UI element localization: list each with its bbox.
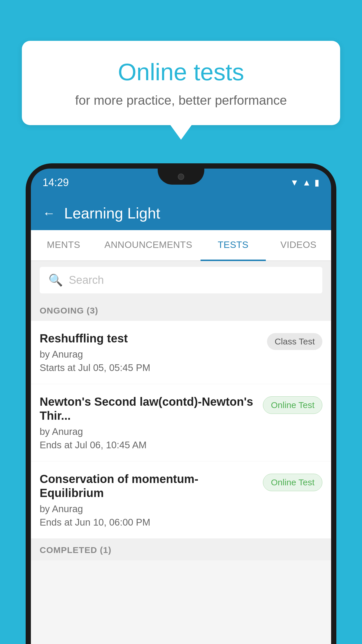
test-item[interactable]: Conservation of momentum-Equilibrium by … bbox=[31, 461, 331, 539]
tab-tests[interactable]: TESTS bbox=[201, 230, 266, 261]
status-time: 14:29 bbox=[43, 176, 69, 189]
search-placeholder: Search bbox=[69, 274, 104, 286]
test-name-2: Newton's Second law(contd)-Newton's Thir… bbox=[40, 395, 257, 423]
app-title: Learning Light bbox=[64, 204, 160, 222]
ongoing-section-header: ONGOING (3) bbox=[31, 299, 331, 321]
test-time-3: Ends at Jun 10, 06:00 PM bbox=[40, 517, 257, 528]
tab-ments[interactable]: MENTS bbox=[31, 230, 96, 260]
test-info-2: Newton's Second law(contd)-Newton's Thir… bbox=[40, 395, 263, 451]
test-item[interactable]: Reshuffling test by Anurag Starts at Jul… bbox=[31, 321, 331, 384]
speech-bubble-title: Online tests bbox=[45, 58, 317, 86]
test-badge-3: Online Test bbox=[263, 474, 322, 491]
phone-wrapper: 14:29 ▼ ▲ ▮ ← Learning Light MENTS ANNOU… bbox=[26, 163, 336, 644]
search-container: 🔍 Search bbox=[31, 261, 331, 299]
speech-bubble: Online tests for more practice, better p… bbox=[22, 41, 340, 125]
phone-screen: 🔍 Search ONGOING (3) Reshuffling test by… bbox=[31, 261, 331, 644]
phone-outer: 14:29 ▼ ▲ ▮ ← Learning Light MENTS ANNOU… bbox=[26, 163, 336, 644]
app-header: ← Learning Light bbox=[31, 196, 331, 230]
phone-notch bbox=[158, 169, 204, 185]
test-time-2: Ends at Jul 06, 10:45 AM bbox=[40, 440, 257, 451]
test-author-2: by Anurag bbox=[40, 426, 257, 437]
test-name-3: Conservation of momentum-Equilibrium bbox=[40, 472, 257, 500]
test-author-1: by Anurag bbox=[40, 349, 261, 360]
test-badge-1: Class Test bbox=[267, 333, 322, 350]
status-bar: 14:29 ▼ ▲ ▮ bbox=[31, 169, 331, 196]
wifi-icon: ▼ bbox=[290, 178, 299, 188]
ongoing-label: ONGOING (3) bbox=[40, 306, 98, 315]
completed-label: COMPLETED (1) bbox=[40, 545, 111, 555]
status-icons: ▼ ▲ ▮ bbox=[290, 177, 319, 188]
speech-bubble-subtitle: for more practice, better performance bbox=[45, 93, 317, 108]
search-bar[interactable]: 🔍 Search bbox=[40, 267, 322, 293]
completed-section-header: COMPLETED (1) bbox=[31, 539, 331, 560]
signal-icon: ▲ bbox=[302, 178, 311, 188]
test-list: Reshuffling test by Anurag Starts at Jul… bbox=[31, 321, 331, 539]
tab-announcements[interactable]: ANNOUNCEMENTS bbox=[96, 230, 201, 260]
test-badge-2: Online Test bbox=[263, 396, 322, 414]
camera-dot bbox=[178, 174, 184, 180]
test-item[interactable]: Newton's Second law(contd)-Newton's Thir… bbox=[31, 384, 331, 461]
battery-icon: ▮ bbox=[314, 177, 319, 188]
test-time-1: Starts at Jul 05, 05:45 PM bbox=[40, 362, 261, 373]
tabs-bar: MENTS ANNOUNCEMENTS TESTS VIDEOS bbox=[31, 230, 331, 261]
test-name-1: Reshuffling test bbox=[40, 331, 261, 345]
test-info-1: Reshuffling test by Anurag Starts at Jul… bbox=[40, 331, 267, 373]
speech-bubble-container: Online tests for more practice, better p… bbox=[22, 41, 340, 125]
back-button[interactable]: ← bbox=[43, 207, 55, 220]
test-info-3: Conservation of momentum-Equilibrium by … bbox=[40, 472, 263, 528]
search-icon: 🔍 bbox=[48, 273, 63, 287]
tab-videos[interactable]: VIDEOS bbox=[266, 230, 331, 260]
test-author-3: by Anurag bbox=[40, 503, 257, 514]
